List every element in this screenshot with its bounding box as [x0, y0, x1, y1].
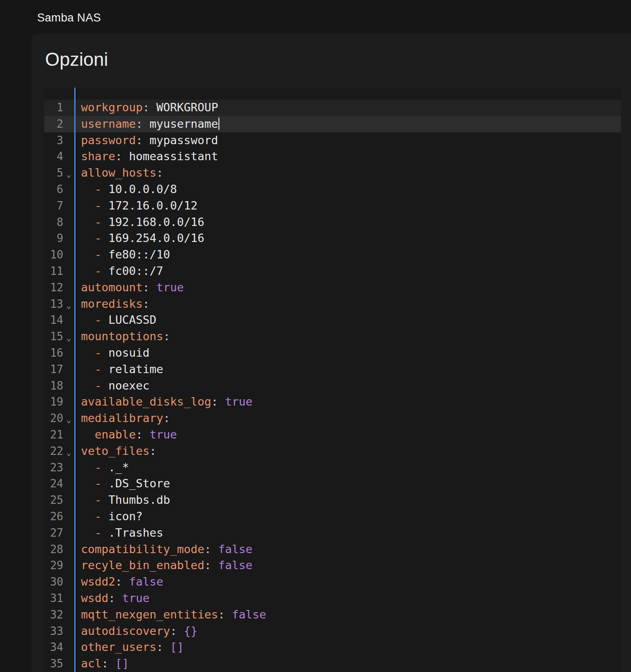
fold-chevron-icon[interactable]: ⌄ [63, 328, 74, 345]
editor-line[interactable]: 31wsdd: true [44, 590, 621, 607]
editor-line[interactable]: 21 enable: true [44, 427, 621, 443]
line-gutter[interactable]: 17 [44, 361, 74, 378]
code-line[interactable]: veto_files: [74, 443, 621, 460]
code-line[interactable]: share: homeassistant [74, 148, 621, 165]
editor-line[interactable]: 8 - 192.168.0.0/16 [44, 214, 621, 231]
line-gutter[interactable]: 15⌄ [44, 328, 74, 345]
line-gutter[interactable]: 6 [44, 181, 74, 198]
editor-line[interactable]: 12automount: true [44, 280, 621, 296]
line-gutter[interactable]: 27 [44, 525, 74, 541]
editor-line[interactable]: 7 - 172.16.0.0/12 [44, 198, 621, 214]
code-line[interactable]: - 10.0.0.0/8 [74, 181, 621, 198]
line-gutter[interactable]: 14 [44, 312, 74, 328]
line-gutter[interactable]: 29 [44, 557, 74, 574]
line-gutter[interactable]: 12 [44, 280, 74, 296]
code-line[interactable]: enable: true [74, 427, 621, 443]
editor-line[interactable]: 33autodiscovery: {} [44, 623, 621, 640]
line-gutter[interactable]: 19 [44, 394, 74, 410]
code-line[interactable]: username: myusername [74, 116, 621, 132]
line-gutter[interactable]: 16 [44, 345, 74, 361]
fold-chevron-icon[interactable]: ⌄ [63, 443, 74, 460]
line-gutter[interactable]: 33 [44, 623, 74, 640]
editor-line[interactable]: 19available_disks_log: true [44, 394, 621, 410]
editor-line[interactable]: 14 - LUCASSD [44, 312, 621, 328]
editor-line[interactable]: 22⌄veto_files: [44, 443, 621, 460]
line-gutter[interactable]: 9 [44, 230, 74, 247]
code-line[interactable]: mqtt_nexgen_entities: false [74, 607, 621, 623]
line-gutter[interactable]: 25 [44, 492, 74, 508]
line-gutter[interactable]: 24 [44, 476, 74, 492]
code-line[interactable]: workgroup: WORKGROUP [74, 99, 621, 116]
editor-line[interactable]: 28compatibility_mode: false [44, 541, 621, 558]
code-line[interactable]: - icon? [74, 508, 621, 525]
code-line[interactable]: - fe80::/10 [74, 247, 621, 263]
line-gutter[interactable]: 20⌄ [44, 410, 74, 427]
code-line[interactable]: medialibrary: [74, 410, 621, 427]
editor-line[interactable]: 30wsdd2: false [44, 574, 621, 590]
editor-line[interactable]: 35acl: [] [44, 656, 621, 672]
line-gutter[interactable]: 34 [44, 639, 74, 656]
fold-chevron-icon[interactable]: ⌄ [63, 410, 74, 427]
editor-line[interactable]: 32mqtt_nexgen_entities: false [44, 607, 621, 623]
line-gutter[interactable]: 28 [44, 541, 74, 558]
line-gutter[interactable]: 18 [44, 378, 74, 394]
line-gutter[interactable]: 3 [44, 132, 74, 149]
line-gutter[interactable]: 8 [44, 214, 74, 231]
code-line[interactable]: - Thumbs.db [74, 492, 621, 508]
line-gutter[interactable]: 11 [44, 263, 74, 280]
code-line[interactable]: password: mypassword [74, 132, 621, 149]
editor-line[interactable]: 26 - icon? [44, 508, 621, 525]
line-gutter[interactable]: 31 [44, 590, 74, 607]
code-line[interactable]: - noexec [74, 378, 621, 394]
line-gutter[interactable]: 5⌄ [44, 165, 74, 181]
code-line[interactable]: acl: [] [74, 656, 621, 672]
code-line[interactable]: - .DS_Store [74, 476, 621, 492]
code-line[interactable]: compatibility_mode: false [74, 541, 621, 558]
line-gutter[interactable]: 21 [44, 427, 74, 443]
line-gutter[interactable]: 2 [44, 116, 74, 132]
code-line[interactable]: autodiscovery: {} [74, 623, 621, 640]
editor-line[interactable]: 3password: mypassword [44, 132, 621, 149]
code-line[interactable]: moredisks: [74, 296, 621, 312]
fold-chevron-icon[interactable]: ⌄ [63, 165, 74, 181]
code-line[interactable]: recyle_bin_enabled: false [74, 557, 621, 574]
editor-line[interactable]: 9 - 169.254.0.0/16 [44, 230, 621, 247]
code-line[interactable]: - relatime [74, 361, 621, 378]
editor-line[interactable]: 25 - Thumbs.db [44, 492, 621, 508]
line-gutter[interactable]: 10 [44, 247, 74, 263]
line-gutter[interactable]: 35 [44, 656, 74, 672]
line-gutter[interactable]: 1 [44, 99, 74, 116]
code-line[interactable]: - 192.168.0.0/16 [74, 214, 621, 231]
editor-line[interactable]: 5⌄allow_hosts: [44, 165, 621, 181]
editor-line[interactable]: 27 - .Trashes [44, 525, 621, 541]
code-line[interactable]: - ._* [74, 460, 621, 476]
editor-line[interactable]: 15⌄mountoptions: [44, 328, 621, 345]
line-gutter[interactable]: 4 [44, 148, 74, 165]
editor-line[interactable]: 23 - ._* [44, 460, 621, 476]
line-gutter[interactable]: 22⌄ [44, 443, 74, 460]
editor-line[interactable]: 18 - noexec [44, 378, 621, 394]
editor-line[interactable]: 6 - 10.0.0.0/8 [44, 181, 621, 198]
code-line[interactable]: - 169.254.0.0/16 [74, 230, 621, 247]
code-line[interactable]: - 172.16.0.0/12 [74, 198, 621, 214]
editor-line[interactable]: 1workgroup: WORKGROUP [44, 99, 621, 116]
editor-line[interactable]: 29recyle_bin_enabled: false [44, 557, 621, 574]
editor-line[interactable]: 2username: myusername [44, 116, 621, 132]
editor-line[interactable]: 24 - .DS_Store [44, 476, 621, 492]
code-line[interactable]: - .Trashes [74, 525, 621, 541]
line-gutter[interactable]: 32 [44, 607, 74, 623]
code-line[interactable]: wsdd: true [74, 590, 621, 607]
code-line[interactable]: - fc00::/7 [74, 263, 621, 280]
line-gutter[interactable]: 23 [44, 460, 74, 476]
editor-line[interactable]: 17 - relatime [44, 361, 621, 378]
code-line[interactable]: - LUCASSD [74, 312, 621, 328]
fold-chevron-icon[interactable]: ⌄ [63, 296, 74, 312]
code-line[interactable]: - nosuid [74, 345, 621, 361]
editor-line[interactable]: 34other_users: [] [44, 639, 621, 656]
editor-line[interactable]: 4share: homeassistant [44, 148, 621, 165]
code-line[interactable]: automount: true [74, 280, 621, 296]
editor-line[interactable]: 20⌄medialibrary: [44, 410, 621, 427]
code-line[interactable]: mountoptions: [74, 328, 621, 345]
line-gutter[interactable]: 26 [44, 508, 74, 525]
editor-line[interactable]: 10 - fe80::/10 [44, 247, 621, 263]
